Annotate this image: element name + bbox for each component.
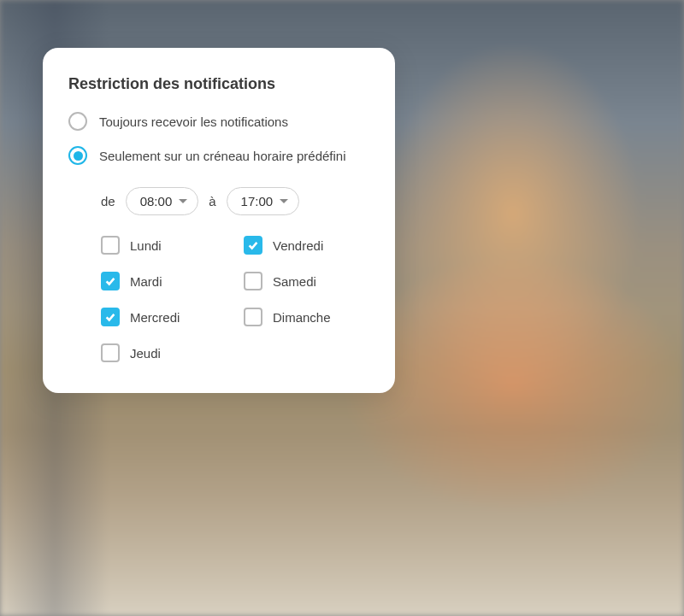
day-thursday-label: Jeudi (130, 346, 161, 361)
radio-schedule[interactable]: Seulement sur un créneau horaire prédéfi… (68, 146, 369, 165)
day-tuesday-label: Mardi (130, 274, 162, 289)
checkbox-icon (101, 236, 120, 255)
to-label: à (209, 194, 215, 208)
checkbox-icon (244, 308, 262, 326)
checkbox-icon (244, 236, 262, 255)
checkbox-icon (101, 308, 120, 326)
radio-icon (68, 112, 87, 131)
day-saturday-label: Samedi (273, 274, 316, 289)
day-thursday[interactable]: Jeudi (101, 343, 227, 362)
to-time-value: 17:00 (241, 194, 274, 208)
notification-restriction-card: Restriction des notifications Toujours r… (43, 48, 395, 393)
day-monday[interactable]: Lundi (101, 236, 227, 255)
radio-always[interactable]: Toujours recevoir les notifications (68, 112, 369, 131)
day-wednesday-label: Mercredi (130, 310, 180, 325)
days-grid: Lundi Vendredi Mardi Samedi Mercredi Dim… (101, 236, 369, 362)
from-time-select[interactable]: 08:00 (126, 187, 199, 215)
chevron-down-icon (179, 199, 187, 203)
day-friday[interactable]: Vendredi (244, 236, 369, 255)
day-saturday[interactable]: Samedi (244, 272, 369, 290)
checkbox-icon (101, 343, 120, 362)
from-label: de (101, 194, 115, 208)
radio-always-label: Toujours recevoir les notifications (99, 114, 288, 129)
card-title: Restriction des notifications (68, 75, 369, 93)
day-friday-label: Vendredi (273, 238, 323, 253)
to-time-select[interactable]: 17:00 (227, 187, 300, 215)
day-sunday-label: Dimanche (273, 310, 331, 325)
day-tuesday[interactable]: Mardi (101, 272, 227, 290)
time-range-row: de 08:00 à 17:00 (101, 187, 369, 215)
radio-icon (68, 146, 87, 165)
day-sunday[interactable]: Dimanche (244, 308, 369, 326)
checkbox-icon (244, 272, 262, 290)
radio-schedule-label: Seulement sur un créneau horaire prédéfi… (99, 149, 346, 163)
chevron-down-icon (280, 199, 288, 203)
from-time-value: 08:00 (140, 194, 173, 208)
day-wednesday[interactable]: Mercredi (101, 308, 227, 326)
day-monday-label: Lundi (130, 238, 162, 253)
checkbox-icon (101, 272, 120, 290)
